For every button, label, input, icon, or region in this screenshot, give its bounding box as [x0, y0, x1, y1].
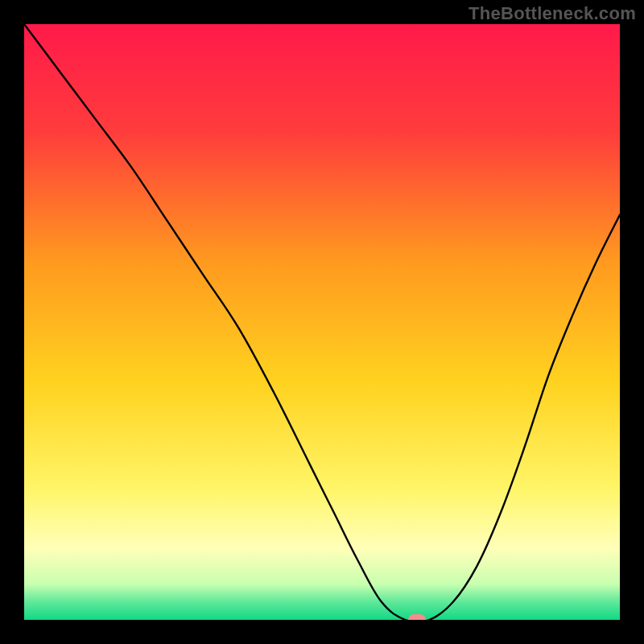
plot-area [24, 24, 620, 620]
bottleneck-curve [24, 24, 620, 620]
chart-frame: TheBottleneck.com [0, 0, 644, 644]
optimal-marker [408, 614, 426, 620]
attribution-text: TheBottleneck.com [469, 3, 636, 24]
curve-path [24, 24, 620, 620]
